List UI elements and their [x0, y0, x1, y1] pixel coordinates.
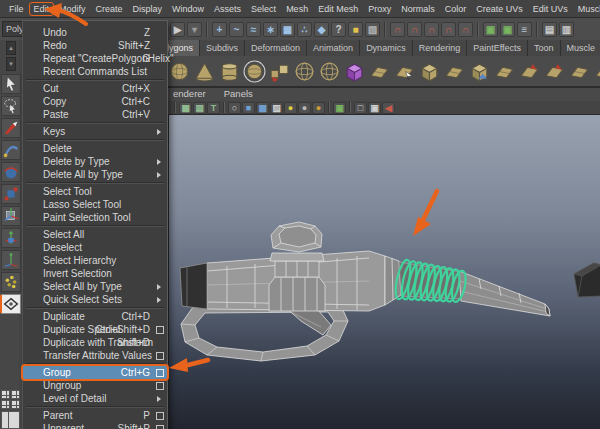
shelf-plane-cursor-icon[interactable]: [393, 60, 416, 83]
grid-mask-icon[interactable]: ▦: [280, 22, 295, 37]
menu-item-quick-select-sets[interactable]: Quick Select Sets: [23, 293, 167, 306]
shelf-plane-red-icon[interactable]: [543, 60, 566, 83]
shelf-arrow-icon[interactable]: ▴: [6, 41, 16, 55]
shelf-arrow2-icon[interactable]: ▾: [6, 57, 16, 71]
shelf-tab-deformation[interactable]: Deformation: [245, 40, 307, 56]
curve-mask-icon[interactable]: ~: [229, 22, 244, 37]
shelf-sphere-ring-icon[interactable]: [243, 60, 266, 83]
shelf-plane-icon[interactable]: [443, 60, 466, 83]
menu-item-duplicate-special[interactable]: Duplicate SpecialCtrl+Shift+D: [23, 323, 167, 336]
menu-mesh[interactable]: Mesh: [281, 2, 313, 16]
film-gate-icon[interactable]: ▤: [193, 102, 206, 114]
menu-item-copy[interactable]: CopyCtrl+C: [23, 95, 167, 108]
menu-item-group[interactable]: GroupCtrl+G: [23, 366, 167, 379]
shelf-tab-muscle[interactable]: Muscle: [561, 40, 600, 56]
menu-item-delete-by-type[interactable]: Delete by Type: [23, 155, 167, 168]
shelf-tab-subdivs[interactable]: Subdivs: [200, 40, 245, 56]
rotate-tool-icon[interactable]: [1, 162, 21, 182]
tool-box-icon[interactable]: ▶: [170, 22, 185, 37]
shelf-wire-sphere-icon[interactable]: [318, 60, 341, 83]
hud-text-icon[interactable]: T: [207, 102, 220, 114]
shelf-tab-dynamics[interactable]: Dynamics: [360, 40, 413, 56]
lasso-select-tool-icon[interactable]: [1, 96, 21, 116]
menu-item-cut[interactable]: CutCtrl+X: [23, 82, 167, 95]
menu-item-repeat[interactable]: Repeat "CreatePolygonHelix"G: [23, 52, 167, 65]
menu-muscle[interactable]: Muscle: [573, 2, 600, 16]
textured-icon[interactable]: ▩: [256, 102, 269, 114]
shelf-tab-painteffects[interactable]: PaintEffects: [467, 40, 528, 56]
layout-outliner-button[interactable]: [1, 411, 20, 429]
menu-assets[interactable]: Assets: [209, 2, 246, 16]
shelf-plane-blue-icon[interactable]: [593, 60, 600, 83]
shelf-cylinder-icon[interactable]: [218, 60, 241, 83]
paint-selection-tool-icon[interactable]: [1, 118, 21, 138]
menu-item-delete-all-by-type[interactable]: Delete All by Type: [23, 168, 167, 181]
shelf-cubes-icon[interactable]: [268, 60, 291, 83]
menu-item-lasso-select-tool[interactable]: Lasso Select Tool: [23, 198, 167, 211]
menu-item-duplicate-with-transform[interactable]: Duplicate with TransformShift+D: [23, 336, 167, 349]
option-box[interactable]: [156, 425, 164, 429]
shelf-tab-animation[interactable]: Animation: [307, 40, 360, 56]
menu-item-level-of-detail[interactable]: Level of Detail: [23, 392, 167, 405]
construction-history-icon[interactable]: ≡: [517, 22, 532, 37]
menu-item-ungroup[interactable]: Ungroup: [23, 379, 167, 392]
menu-window[interactable]: Window: [167, 2, 209, 16]
menu-item-recent-commands-list[interactable]: Recent Commands List: [23, 65, 167, 78]
viewport-canvas[interactable]: [168, 114, 600, 429]
snap-align-tool-icon[interactable]: [1, 250, 21, 270]
menu-normals[interactable]: Normals: [396, 2, 440, 16]
snap-curve-icon[interactable]: ∩: [407, 22, 422, 37]
lock-icon[interactable]: ■: [348, 22, 363, 37]
sphere-gray-icon[interactable]: ●: [298, 102, 311, 114]
xray-icon[interactable]: ◀: [382, 102, 395, 114]
checker-icon[interactable]: ▨: [270, 102, 283, 114]
move-tool-icon[interactable]: [1, 228, 21, 248]
object-mask-icon[interactable]: ◆: [314, 22, 329, 37]
menu-item-delete[interactable]: Delete: [23, 142, 167, 155]
isolate-select-icon[interactable]: ▣: [333, 102, 346, 114]
snap-view-plane-icon[interactable]: ∩: [441, 22, 456, 37]
wireframe-icon[interactable]: ○: [228, 102, 241, 114]
option-box[interactable]: [156, 352, 164, 360]
menu-item-undo[interactable]: UndoZ: [23, 26, 167, 39]
menu-item-keys[interactable]: Keys: [23, 125, 167, 138]
highlight-mask-icon[interactable]: ▧: [365, 22, 380, 37]
menu-item-invert-selection[interactable]: Invert Selection: [23, 267, 167, 280]
option-box[interactable]: [156, 412, 164, 420]
panel-menu-renderer[interactable]: enderer: [173, 88, 206, 101]
option-box[interactable]: [156, 369, 164, 377]
menu-item-select-hierarchy[interactable]: Select Hierarchy: [23, 254, 167, 267]
layout-two-side-button[interactable]: [1, 400, 10, 409]
move-cross-icon[interactable]: +: [212, 22, 227, 37]
option-box[interactable]: [156, 326, 164, 334]
shaded-icon[interactable]: ■: [242, 102, 255, 114]
layout-single-button[interactable]: [1, 390, 10, 399]
menu-edit-uvs[interactable]: Edit UVs: [528, 2, 573, 16]
point-mask-icon[interactable]: ∴: [297, 22, 312, 37]
menu-create[interactable]: Create: [91, 2, 128, 16]
menu-item-unparent[interactable]: UnparentShift+P: [23, 422, 167, 429]
shelf-tab-rendering[interactable]: Rendering: [413, 40, 468, 56]
select-tool-icon[interactable]: [1, 74, 21, 94]
grid-toggle-icon[interactable]: ▦: [179, 102, 192, 114]
shelf-cube-icon[interactable]: [418, 60, 441, 83]
soft-select-tool-icon[interactable]: [1, 272, 21, 292]
shelf-plane-icon[interactable]: [568, 60, 591, 83]
scale-tool-icon[interactable]: [1, 184, 21, 204]
snap-grid-icon[interactable]: ∩: [390, 22, 405, 37]
shelf-cube-tri-icon[interactable]: [468, 60, 491, 83]
layout-four-button[interactable]: [11, 390, 20, 399]
shelf-tab-toon[interactable]: Toon: [528, 40, 561, 56]
menu-edit-mesh[interactable]: Edit Mesh: [313, 2, 363, 16]
menu-item-redo[interactable]: RedoShift+Z: [23, 39, 167, 52]
menu-item-select-all-by-type[interactable]: Select All by Type: [23, 280, 167, 293]
shelf-cone-icon[interactable]: [193, 60, 216, 83]
menu-modify[interactable]: Modify: [54, 2, 91, 16]
chevron-down-icon[interactable]: ▾: [187, 22, 202, 37]
snap-point-icon[interactable]: ∩: [424, 22, 439, 37]
sphere-gold-icon[interactable]: ●: [312, 102, 325, 114]
menu-edit[interactable]: Edit: [29, 2, 55, 16]
shelf-cube-purple-icon[interactable]: [343, 60, 366, 83]
asset-mask-icon[interactable]: ∗: [263, 22, 278, 37]
menu-item-paste[interactable]: PasteCtrl+V: [23, 108, 167, 121]
